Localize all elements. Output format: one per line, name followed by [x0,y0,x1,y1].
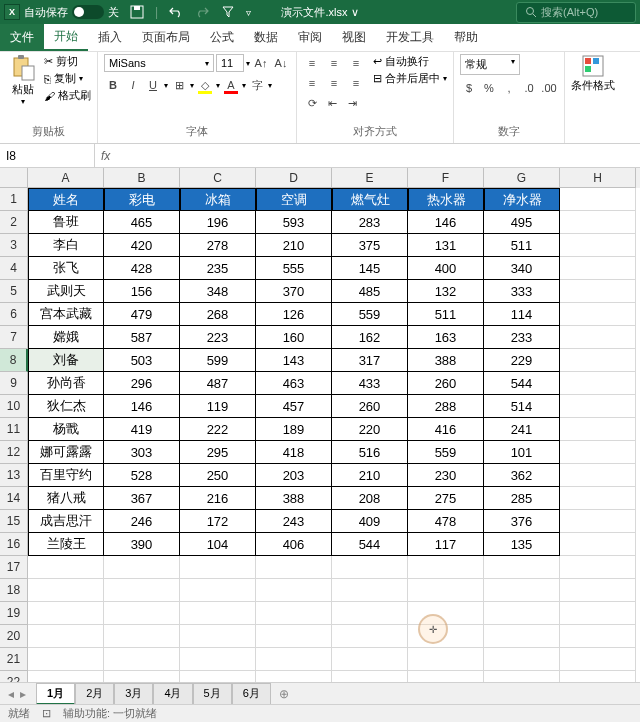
cell[interactable] [560,188,636,211]
cell[interactable] [408,625,484,648]
fill-color-button[interactable]: ◇ [196,76,214,94]
cell[interactable]: 485 [332,280,408,303]
wrap-text-button[interactable]: ↩自动换行 [373,54,447,69]
cell[interactable]: 559 [408,441,484,464]
cell[interactable] [28,625,104,648]
save-icon[interactable] [129,4,145,20]
cell[interactable]: 冰箱 [180,188,256,211]
cell[interactable]: 146 [408,211,484,234]
cell[interactable] [560,418,636,441]
row-header[interactable]: 13 [0,464,28,487]
row-header[interactable]: 7 [0,326,28,349]
cell[interactable]: 388 [408,349,484,372]
sheet-tab[interactable]: 5月 [193,683,232,705]
cell[interactable]: 196 [180,211,256,234]
cell[interactable] [180,625,256,648]
filter-icon[interactable] [220,4,236,20]
cell[interactable]: 260 [332,395,408,418]
cell[interactable]: 杨戬 [28,418,104,441]
cell[interactable]: 热水器 [408,188,484,211]
cell[interactable]: 587 [104,326,180,349]
cell[interactable]: 375 [332,234,408,257]
menu-layout[interactable]: 页面布局 [132,24,200,51]
cell[interactable] [256,579,332,602]
cell[interactable] [104,556,180,579]
cell[interactable] [560,303,636,326]
cell[interactable]: 376 [484,510,560,533]
cell[interactable]: 416 [408,418,484,441]
orientation-button[interactable]: ⟳ [303,94,321,112]
cell[interactable]: 210 [332,464,408,487]
cell[interactable]: 400 [408,257,484,280]
cell[interactable]: 495 [484,211,560,234]
redo-icon[interactable] [194,4,210,20]
cell[interactable] [484,648,560,671]
number-format-dropdown[interactable]: 常规▾ [460,54,520,75]
row-header[interactable]: 19 [0,602,28,625]
column-header[interactable]: H [560,168,636,188]
cell[interactable]: 143 [256,349,332,372]
cell[interactable]: 空调 [256,188,332,211]
cell[interactable] [560,556,636,579]
sheet-tab[interactable]: 2月 [75,683,114,705]
cell[interactable]: 净水器 [484,188,560,211]
row-header[interactable]: 4 [0,257,28,280]
row-header[interactable]: 1 [0,188,28,211]
cell[interactable] [560,648,636,671]
conditional-format-button[interactable]: 条件格式 [571,54,615,93]
cell[interactable]: 317 [332,349,408,372]
cell[interactable] [560,602,636,625]
cell[interactable] [332,556,408,579]
cell[interactable]: 367 [104,487,180,510]
cell[interactable]: 303 [104,441,180,464]
menu-data[interactable]: 数据 [244,24,288,51]
cell[interactable]: 189 [256,418,332,441]
cell[interactable] [560,280,636,303]
row-header[interactable]: 17 [0,556,28,579]
cell[interactable]: 嫦娥 [28,326,104,349]
cell[interactable]: 514 [484,395,560,418]
cell[interactable]: 479 [104,303,180,326]
grow-font-button[interactable]: A↑ [252,54,270,72]
cell[interactable] [104,648,180,671]
cell[interactable]: 146 [104,395,180,418]
undo-icon[interactable] [168,4,184,20]
increase-decimal-button[interactable]: .0 [520,79,538,97]
align-bottom-button[interactable]: ≡ [347,54,365,72]
select-all-triangle[interactable] [0,168,28,188]
cell[interactable]: 511 [408,303,484,326]
column-header[interactable]: B [104,168,180,188]
bold-button[interactable]: B [104,76,122,94]
cell[interactable] [180,556,256,579]
cell[interactable]: 420 [104,234,180,257]
paste-button[interactable]: 粘贴 ▾ [6,54,40,124]
cell[interactable]: 599 [180,349,256,372]
cell[interactable]: 203 [256,464,332,487]
cell[interactable]: 156 [104,280,180,303]
cell[interactable]: 230 [408,464,484,487]
cell[interactable]: 433 [332,372,408,395]
cell[interactable]: 210 [256,234,332,257]
menu-review[interactable]: 审阅 [288,24,332,51]
formula-input[interactable] [116,154,640,158]
cell[interactable] [408,579,484,602]
row-header[interactable]: 12 [0,441,28,464]
cell[interactable] [560,349,636,372]
font-color-button[interactable]: A [222,76,240,94]
add-sheet-button[interactable]: ⊕ [279,687,289,701]
cell[interactable] [560,579,636,602]
cell[interactable] [256,648,332,671]
cell[interactable]: 114 [484,303,560,326]
cell[interactable]: 猪八戒 [28,487,104,510]
cell[interactable]: 340 [484,257,560,280]
row-header[interactable]: 9 [0,372,28,395]
cell[interactable]: 516 [332,441,408,464]
cell[interactable]: 233 [484,326,560,349]
cell[interactable]: 131 [408,234,484,257]
cell[interactable]: 283 [332,211,408,234]
shrink-font-button[interactable]: A↓ [272,54,290,72]
increase-indent-button[interactable]: ⇥ [343,94,361,112]
cell[interactable]: 246 [104,510,180,533]
cell[interactable] [560,487,636,510]
cell[interactable] [256,625,332,648]
